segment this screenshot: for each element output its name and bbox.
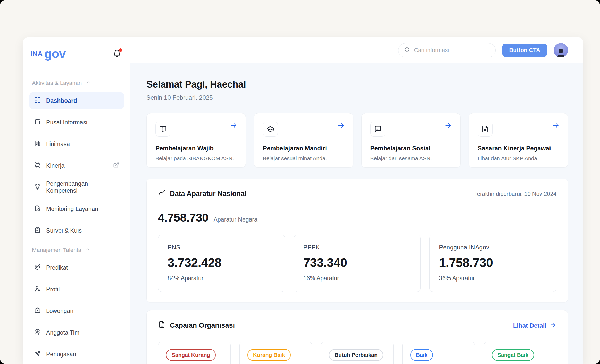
arrow-right-icon[interactable] xyxy=(337,122,345,130)
sidebar-item-lowongan[interactable]: Lowongan xyxy=(29,303,124,319)
quick-card-title: Sasaran Kinerja Pegawai xyxy=(478,145,559,152)
quick-cards-row: Pembelajaran WajibBelajar pada SIBANGKOM… xyxy=(146,113,568,168)
quick-card-description: Belajar pada SIBANGKOM ASN. xyxy=(155,155,237,162)
newspaper-icon xyxy=(34,140,41,148)
sidebar-item-survei-kuis[interactable]: Survei & Kuis xyxy=(29,222,124,239)
briefcase-icon xyxy=(34,307,41,315)
notification-dot xyxy=(119,48,122,52)
status-badge: Baik xyxy=(410,349,433,361)
search-input[interactable] xyxy=(414,47,490,54)
graduation-cap-icon xyxy=(263,122,278,137)
lightbulb-icon xyxy=(34,183,41,192)
sidebar: INA gov Aktivitas & LayananDashboardPusa… xyxy=(23,37,130,364)
sidebar-item-profil[interactable]: Profil xyxy=(29,281,124,298)
stat-value: 1.758.730 xyxy=(439,256,547,270)
stat-label: PNS xyxy=(168,244,276,251)
sidebar-item-label: Pusat Informasi xyxy=(46,119,87,126)
sidebar-item-penugasan[interactable]: Penugasan xyxy=(29,346,124,362)
sidebar-item-pengembangan-kompetensi[interactable]: Pengembangan Kompetensi xyxy=(29,179,124,196)
capaian-card-butuh-perbaikan: Butuh PerbaikanJumlah Instansi30 xyxy=(321,342,394,364)
capaian-card-sangat-kurang: Sangat KurangJumlah Instansi100 xyxy=(158,342,231,364)
arrow-right-icon[interactable] xyxy=(552,122,560,130)
sidebar-section-label[interactable]: Manajemen Talenta xyxy=(32,247,121,254)
stat-label: PPPK xyxy=(303,244,411,251)
sidebar-item-label: Lowongan xyxy=(46,308,73,315)
user-avatar[interactable] xyxy=(554,43,568,57)
dashboard-content: Selamat Pagi, Haechal Senin 10 Februari,… xyxy=(130,63,583,364)
sidebar-item-anggota-tim[interactable]: Anggota Tim xyxy=(29,324,124,341)
app-window: INA gov Aktivitas & LayananDashboardPusa… xyxy=(23,37,583,364)
arrow-right-icon xyxy=(549,321,556,330)
search-icon xyxy=(404,47,410,54)
sidebar-section-title: Manajemen Talenta xyxy=(32,247,81,253)
logo-text-ina: INA xyxy=(30,49,43,58)
sidebar-item-label: Linimasa xyxy=(46,141,70,148)
desktop-background: INA gov Aktivitas & LayananDashboardPusa… xyxy=(0,0,600,364)
capaian-card-sangat-baik: Sangat BaikJumlah Instansi56 xyxy=(484,342,556,364)
sidebar-item-dashboard[interactable]: Dashboard xyxy=(29,92,124,109)
quick-card-description: Belajar dari sesama ASN. xyxy=(370,155,452,162)
main-area: Button CTA Selamat Pagi, Haechal Senin 1… xyxy=(130,37,583,364)
quick-card-sasaran-kinerja-pegawai[interactable]: Sasaran Kinerja PegawaiLihat dan Atur SK… xyxy=(469,113,568,168)
send-icon xyxy=(34,350,41,359)
greeting-date: Senin 10 Februari, 2025 xyxy=(146,94,568,101)
clipboard-check-icon xyxy=(34,226,41,235)
lihat-detail-link[interactable]: Lihat Detail xyxy=(513,321,556,330)
arrow-right-icon[interactable] xyxy=(444,122,452,130)
sidebar-item-label: Predikat xyxy=(46,264,68,271)
sidebar-item-linimasa[interactable]: Linimasa xyxy=(29,136,124,152)
cta-button[interactable]: Button CTA xyxy=(502,44,547,57)
status-badge: Sangat Kurang xyxy=(166,349,216,361)
greeting-title: Selamat Pagi, Haechal xyxy=(146,79,568,90)
chat-bubble-icon xyxy=(370,122,385,137)
data-aparatur-panel: Data Aparatur Nasional Terakhir diperbar… xyxy=(146,179,568,302)
notification-bell-button[interactable] xyxy=(113,49,122,59)
logo-text-gov: gov xyxy=(44,49,65,59)
chevron-up-icon xyxy=(85,247,91,254)
quick-card-pembelajaran-wajib[interactable]: Pembelajaran WajibBelajar pada SIBANGKOM… xyxy=(146,113,246,168)
capaian-card-baik: BaikJumlah Instansi80 xyxy=(402,342,475,364)
trending-up-icon xyxy=(158,189,166,199)
file-text-icon xyxy=(478,122,493,137)
quick-card-description: Belajar sesuai minat Anda. xyxy=(263,155,344,162)
capaian-cards-row: Sangat KurangJumlah Instansi100Kurang Ba… xyxy=(158,342,556,364)
lihat-detail-label: Lihat Detail xyxy=(513,322,546,329)
sidebar-item-monitoring-layanan[interactable]: Monitoring Layanan xyxy=(29,201,124,217)
sidebar-item-label: Dashboard xyxy=(46,97,77,104)
sidebar-item-label: Monitoring Layanan xyxy=(46,206,98,213)
status-badge: Kurang Baik xyxy=(247,349,291,361)
sidebar-item-label: Survei & Kuis xyxy=(46,227,82,234)
user-star-icon xyxy=(34,285,41,294)
sidebar-section-label[interactable]: Aktivitas & Layanan xyxy=(32,80,121,87)
stat-share: 84% Aparatur xyxy=(168,275,276,282)
avatar-person-icon xyxy=(555,47,566,57)
quick-card-pembelajaran-mandiri[interactable]: Pembelajaran MandiriBelajar sesuai minat… xyxy=(254,113,353,168)
inagov-logo: INA gov xyxy=(30,49,65,59)
quick-card-description: Lihat dan Atur SKP Anda. xyxy=(478,155,559,162)
sidebar-item-predikat[interactable]: Predikat xyxy=(29,259,124,276)
last-updated-text: Terakhir diperbarui: 10 Nov 2024 xyxy=(474,191,556,197)
sidebar-section-title: Aktivitas & Layanan xyxy=(32,80,82,87)
doc-edit-icon xyxy=(34,118,41,127)
stat-share: 16% Aparatur xyxy=(303,275,411,282)
total-aparatur-label: Aparatur Negara xyxy=(214,216,257,223)
quick-card-title: Pembelajaran Sosial xyxy=(370,145,452,152)
search-box[interactable] xyxy=(398,43,496,57)
chevron-up-icon xyxy=(85,80,91,87)
sidebar-item-kinerja[interactable]: Kinerja xyxy=(29,157,124,174)
topbar: Button CTA xyxy=(130,37,583,63)
sidebar-item-pusat-informasi[interactable]: Pusat Informasi xyxy=(29,114,124,131)
workflow-icon xyxy=(34,162,41,170)
status-badge: Sangat Baik xyxy=(492,349,534,361)
stat-value: 733.340 xyxy=(303,256,411,270)
sidebar-item-label: Penugasan xyxy=(46,351,76,358)
bell-icon xyxy=(113,54,121,58)
stat-label: Pengguna INAgov xyxy=(439,244,547,251)
arrow-right-icon[interactable] xyxy=(230,122,237,130)
stat-card-pppk: PPPK733.34016% Aparatur xyxy=(294,235,421,292)
sidebar-item-label: Kinerja xyxy=(46,162,65,169)
stat-card-pns: PNS3.732.42884% Aparatur xyxy=(158,235,285,292)
quick-card-pembelajaran-sosial[interactable]: Pembelajaran SosialBelajar dari sesama A… xyxy=(361,113,461,168)
stats-row: PNS3.732.42884% AparaturPPPK733.34016% A… xyxy=(158,235,556,292)
stat-card-pengguna-inagov: Pengguna INAgov1.758.73036% Aparatur xyxy=(429,235,556,292)
